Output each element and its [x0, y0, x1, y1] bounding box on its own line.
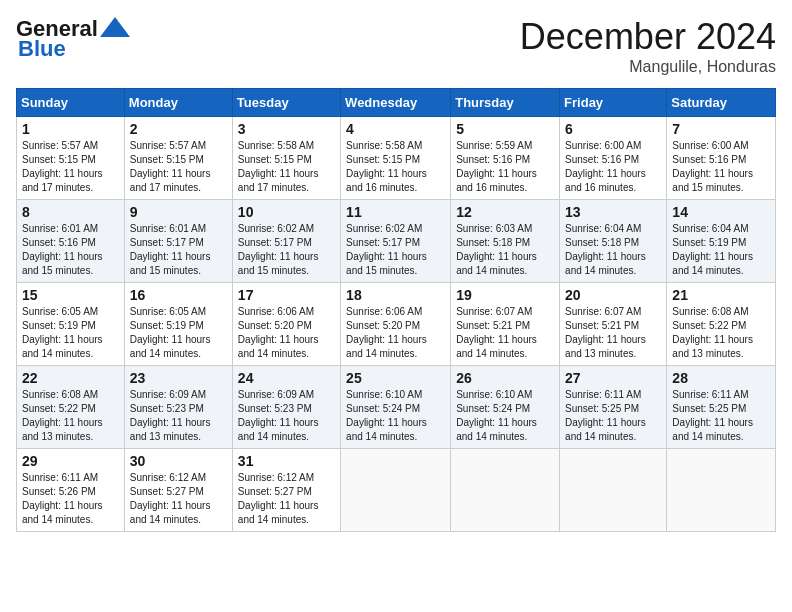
day-number: 6: [565, 121, 661, 137]
calendar-cell: [667, 449, 776, 532]
day-number: 23: [130, 370, 227, 386]
calendar-cell: 4Sunrise: 5:58 AM Sunset: 5:15 PM Daylig…: [341, 117, 451, 200]
logo-arrow-icon: [100, 17, 130, 37]
calendar-week-2: 8Sunrise: 6:01 AM Sunset: 5:16 PM Daylig…: [17, 200, 776, 283]
calendar-cell: 28Sunrise: 6:11 AM Sunset: 5:25 PM Dayli…: [667, 366, 776, 449]
day-number: 1: [22, 121, 119, 137]
calendar-cell: 13Sunrise: 6:04 AM Sunset: 5:18 PM Dayli…: [560, 200, 667, 283]
calendar-table: SundayMondayTuesdayWednesdayThursdayFrid…: [16, 88, 776, 532]
calendar-cell: 31Sunrise: 6:12 AM Sunset: 5:27 PM Dayli…: [232, 449, 340, 532]
day-info: Sunrise: 6:03 AM Sunset: 5:18 PM Dayligh…: [456, 222, 554, 278]
calendar-week-1: 1Sunrise: 5:57 AM Sunset: 5:15 PM Daylig…: [17, 117, 776, 200]
day-info: Sunrise: 6:06 AM Sunset: 5:20 PM Dayligh…: [238, 305, 335, 361]
day-info: Sunrise: 5:59 AM Sunset: 5:16 PM Dayligh…: [456, 139, 554, 195]
calendar-cell: 14Sunrise: 6:04 AM Sunset: 5:19 PM Dayli…: [667, 200, 776, 283]
calendar-cell: 1Sunrise: 5:57 AM Sunset: 5:15 PM Daylig…: [17, 117, 125, 200]
calendar-cell: 3Sunrise: 5:58 AM Sunset: 5:15 PM Daylig…: [232, 117, 340, 200]
day-info: Sunrise: 6:04 AM Sunset: 5:19 PM Dayligh…: [672, 222, 770, 278]
day-number: 20: [565, 287, 661, 303]
day-info: Sunrise: 6:00 AM Sunset: 5:16 PM Dayligh…: [672, 139, 770, 195]
col-header-tuesday: Tuesday: [232, 89, 340, 117]
calendar-cell: 9Sunrise: 6:01 AM Sunset: 5:17 PM Daylig…: [124, 200, 232, 283]
calendar-cell: 15Sunrise: 6:05 AM Sunset: 5:19 PM Dayli…: [17, 283, 125, 366]
calendar-cell: 21Sunrise: 6:08 AM Sunset: 5:22 PM Dayli…: [667, 283, 776, 366]
calendar-week-3: 15Sunrise: 6:05 AM Sunset: 5:19 PM Dayli…: [17, 283, 776, 366]
day-info: Sunrise: 6:10 AM Sunset: 5:24 PM Dayligh…: [346, 388, 445, 444]
day-number: 5: [456, 121, 554, 137]
day-number: 2: [130, 121, 227, 137]
day-info: Sunrise: 6:06 AM Sunset: 5:20 PM Dayligh…: [346, 305, 445, 361]
day-number: 18: [346, 287, 445, 303]
calendar-cell: 5Sunrise: 5:59 AM Sunset: 5:16 PM Daylig…: [451, 117, 560, 200]
day-info: Sunrise: 6:07 AM Sunset: 5:21 PM Dayligh…: [456, 305, 554, 361]
calendar-cell: 11Sunrise: 6:02 AM Sunset: 5:17 PM Dayli…: [341, 200, 451, 283]
day-info: Sunrise: 6:05 AM Sunset: 5:19 PM Dayligh…: [22, 305, 119, 361]
day-number: 24: [238, 370, 335, 386]
day-info: Sunrise: 6:04 AM Sunset: 5:18 PM Dayligh…: [565, 222, 661, 278]
calendar-cell: [451, 449, 560, 532]
location-subtitle: Mangulile, Honduras: [520, 58, 776, 76]
logo-blue: Blue: [16, 36, 66, 62]
calendar-cell: 10Sunrise: 6:02 AM Sunset: 5:17 PM Dayli…: [232, 200, 340, 283]
day-info: Sunrise: 6:07 AM Sunset: 5:21 PM Dayligh…: [565, 305, 661, 361]
calendar-cell: 24Sunrise: 6:09 AM Sunset: 5:23 PM Dayli…: [232, 366, 340, 449]
day-number: 29: [22, 453, 119, 469]
day-number: 28: [672, 370, 770, 386]
calendar-cell: 2Sunrise: 5:57 AM Sunset: 5:15 PM Daylig…: [124, 117, 232, 200]
col-header-thursday: Thursday: [451, 89, 560, 117]
day-info: Sunrise: 6:00 AM Sunset: 5:16 PM Dayligh…: [565, 139, 661, 195]
calendar-cell: 22Sunrise: 6:08 AM Sunset: 5:22 PM Dayli…: [17, 366, 125, 449]
day-info: Sunrise: 6:02 AM Sunset: 5:17 PM Dayligh…: [238, 222, 335, 278]
day-info: Sunrise: 5:58 AM Sunset: 5:15 PM Dayligh…: [238, 139, 335, 195]
day-info: Sunrise: 6:02 AM Sunset: 5:17 PM Dayligh…: [346, 222, 445, 278]
calendar-week-5: 29Sunrise: 6:11 AM Sunset: 5:26 PM Dayli…: [17, 449, 776, 532]
day-info: Sunrise: 5:58 AM Sunset: 5:15 PM Dayligh…: [346, 139, 445, 195]
col-header-friday: Friday: [560, 89, 667, 117]
day-number: 26: [456, 370, 554, 386]
day-info: Sunrise: 6:01 AM Sunset: 5:16 PM Dayligh…: [22, 222, 119, 278]
day-number: 14: [672, 204, 770, 220]
day-info: Sunrise: 6:09 AM Sunset: 5:23 PM Dayligh…: [238, 388, 335, 444]
calendar-cell: 16Sunrise: 6:05 AM Sunset: 5:19 PM Dayli…: [124, 283, 232, 366]
day-info: Sunrise: 6:12 AM Sunset: 5:27 PM Dayligh…: [130, 471, 227, 527]
day-number: 17: [238, 287, 335, 303]
day-number: 8: [22, 204, 119, 220]
calendar-header: SundayMondayTuesdayWednesdayThursdayFrid…: [17, 89, 776, 117]
day-number: 4: [346, 121, 445, 137]
calendar-cell: 19Sunrise: 6:07 AM Sunset: 5:21 PM Dayli…: [451, 283, 560, 366]
col-header-monday: Monday: [124, 89, 232, 117]
day-number: 16: [130, 287, 227, 303]
calendar-week-4: 22Sunrise: 6:08 AM Sunset: 5:22 PM Dayli…: [17, 366, 776, 449]
day-info: Sunrise: 6:11 AM Sunset: 5:25 PM Dayligh…: [565, 388, 661, 444]
day-number: 10: [238, 204, 335, 220]
day-number: 31: [238, 453, 335, 469]
day-number: 11: [346, 204, 445, 220]
day-info: Sunrise: 5:57 AM Sunset: 5:15 PM Dayligh…: [130, 139, 227, 195]
day-info: Sunrise: 5:57 AM Sunset: 5:15 PM Dayligh…: [22, 139, 119, 195]
day-number: 15: [22, 287, 119, 303]
calendar-cell: 26Sunrise: 6:10 AM Sunset: 5:24 PM Dayli…: [451, 366, 560, 449]
calendar-cell: [560, 449, 667, 532]
calendar-cell: 12Sunrise: 6:03 AM Sunset: 5:18 PM Dayli…: [451, 200, 560, 283]
day-info: Sunrise: 6:09 AM Sunset: 5:23 PM Dayligh…: [130, 388, 227, 444]
day-info: Sunrise: 6:05 AM Sunset: 5:19 PM Dayligh…: [130, 305, 227, 361]
day-number: 22: [22, 370, 119, 386]
day-info: Sunrise: 6:08 AM Sunset: 5:22 PM Dayligh…: [22, 388, 119, 444]
calendar-cell: 25Sunrise: 6:10 AM Sunset: 5:24 PM Dayli…: [341, 366, 451, 449]
col-header-sunday: Sunday: [17, 89, 125, 117]
day-info: Sunrise: 6:11 AM Sunset: 5:26 PM Dayligh…: [22, 471, 119, 527]
svg-marker-0: [100, 17, 130, 37]
logo: General Blue: [16, 16, 130, 62]
calendar-cell: 27Sunrise: 6:11 AM Sunset: 5:25 PM Dayli…: [560, 366, 667, 449]
calendar-cell: 20Sunrise: 6:07 AM Sunset: 5:21 PM Dayli…: [560, 283, 667, 366]
month-title: December 2024: [520, 16, 776, 58]
col-header-saturday: Saturday: [667, 89, 776, 117]
day-info: Sunrise: 6:12 AM Sunset: 5:27 PM Dayligh…: [238, 471, 335, 527]
page-header: General Blue December 2024 Mangulile, Ho…: [16, 16, 776, 76]
calendar-cell: 18Sunrise: 6:06 AM Sunset: 5:20 PM Dayli…: [341, 283, 451, 366]
day-number: 21: [672, 287, 770, 303]
day-info: Sunrise: 6:11 AM Sunset: 5:25 PM Dayligh…: [672, 388, 770, 444]
day-info: Sunrise: 6:01 AM Sunset: 5:17 PM Dayligh…: [130, 222, 227, 278]
day-number: 27: [565, 370, 661, 386]
day-number: 30: [130, 453, 227, 469]
